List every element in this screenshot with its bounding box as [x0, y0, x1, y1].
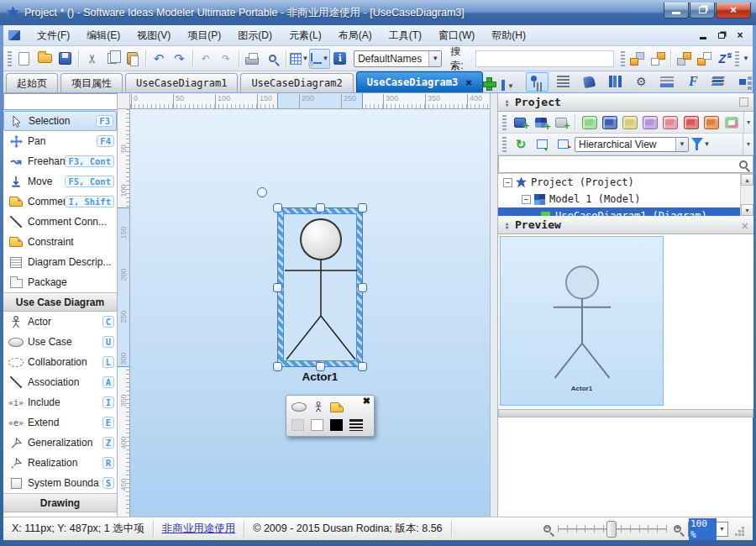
actor-name-label[interactable]: Actor1 [277, 370, 363, 383]
collapse-expand-icon[interactable]: ▲▼ [503, 221, 511, 229]
line-style-icon[interactable] [349, 419, 363, 431]
resize-handle-n[interactable] [316, 203, 325, 213]
tool-diagram-description[interactable]: Diagram Descrip... [3, 252, 117, 272]
license-link[interactable]: 非商业用途使用 [162, 522, 236, 536]
mdi-close-button[interactable]: × [731, 28, 749, 43]
resize-handle-ne[interactable] [358, 203, 367, 213]
combo-dropdown-icon[interactable]: ▼ [717, 526, 727, 532]
copy-button[interactable] [102, 49, 122, 69]
tool-pan[interactable]: Pan F4 [3, 131, 117, 151]
preview-diagram[interactable]: Actor1 [500, 236, 664, 406]
redo-history-button[interactable]: ↷ [216, 49, 236, 69]
resize-handle-w[interactable] [273, 283, 282, 292]
collapse-node-icon[interactable]: − [503, 178, 512, 187]
preview-panel-header[interactable]: ▲▼ Preview ✕ [498, 216, 753, 234]
add-project-button[interactable] [512, 113, 529, 132]
toolbar-grip[interactable] [502, 115, 507, 130]
tab-start-page[interactable]: 起始页 [6, 73, 58, 92]
snap-button[interactable]: ▼ [309, 49, 330, 69]
resize-handle-se[interactable] [358, 362, 367, 371]
section-drawing[interactable]: Drawing [3, 493, 117, 512]
send-to-back-button[interactable] [648, 49, 668, 69]
paste-button[interactable] [123, 49, 143, 69]
tool-realization[interactable]: Realization R [3, 453, 117, 473]
fields-panel-button[interactable]: F [682, 72, 705, 92]
add-model-button[interactable] [532, 113, 549, 132]
menu-layout[interactable]: 布局(A) [330, 26, 381, 45]
zoom-percent-combo[interactable]: 100 % ▼ [688, 522, 728, 537]
print-preview-button[interactable] [263, 49, 283, 69]
z-order-button[interactable]: Z⇅ [715, 49, 735, 69]
tab-usecasediagram2[interactable]: UseCaseDiagram2 [240, 73, 353, 92]
close-tab-icon[interactable]: ✖ [465, 76, 472, 89]
preview-divider[interactable] [498, 409, 753, 417]
toolbar-grip[interactable] [621, 51, 625, 66]
filter-button[interactable]: ▼ [691, 135, 710, 154]
tool-constraint[interactable]: Constraint [3, 232, 117, 252]
zoom-out-icon[interactable]: − [543, 525, 551, 533]
tree-item-model[interactable]: − Model 1 (Model) [498, 191, 753, 207]
collapse-node-icon[interactable]: − [522, 195, 531, 204]
dropdown-arrow-icon[interactable]: ▼ [323, 55, 329, 62]
resize-handle-e[interactable] [358, 283, 367, 292]
resize-handle-nw[interactable] [273, 203, 282, 213]
dropdown-arrow-icon[interactable]: ▼ [704, 140, 711, 148]
new-state-diagram-button[interactable] [662, 113, 680, 132]
grid-button[interactable]: ▼ [289, 49, 309, 69]
use-case-shape-icon[interactable] [291, 402, 307, 412]
actor-selection-frame[interactable] [277, 207, 363, 367]
menu-edit[interactable]: 编辑(E) [78, 26, 129, 45]
resize-handle-s[interactable] [316, 362, 325, 371]
mdi-restore-button[interactable] [712, 28, 731, 43]
close-panel-icon[interactable]: ✕ [742, 218, 748, 232]
tool-use-case[interactable]: Use Case U [3, 332, 117, 352]
combo-dropdown-button[interactable]: ▼ [428, 51, 441, 66]
add-diagram-tab-button[interactable] [483, 74, 495, 92]
zoom-in-icon[interactable]: + [674, 525, 681, 533]
new-flowchart-button[interactable] [722, 113, 740, 132]
close-icon[interactable]: ✖ [363, 396, 370, 407]
bring-to-front-button[interactable] [627, 49, 648, 69]
tab-usecasediagram3[interactable]: UseCaseDiagram3 ✖ [356, 71, 483, 92]
tab-project-properties[interactable]: 项目属性 [60, 73, 123, 92]
default-names-combo[interactable]: DefaultNames ▼ [354, 50, 442, 67]
diagram-canvas[interactable]: Actor1 ✖ [130, 109, 490, 517]
close-button[interactable]: × [716, 3, 751, 18]
redo-button[interactable]: ↷ [169, 49, 189, 69]
tool-package[interactable]: Package [3, 272, 117, 292]
menu-project[interactable]: 项目(P) [179, 26, 229, 45]
expand-all-button[interactable] [533, 135, 551, 154]
palette-search-input[interactable] [3, 93, 118, 110]
fill-color-gray-swatch[interactable] [291, 419, 304, 431]
print-button[interactable] [242, 49, 262, 69]
tool-generalization[interactable]: Generalization Z [3, 433, 117, 453]
tool-selection[interactable]: Selection F3 [3, 111, 117, 131]
diagram-map-panel-button[interactable] [734, 72, 756, 92]
tool-collaboration[interactable]: Collaboration L [3, 352, 117, 372]
resize-grip[interactable] [735, 527, 746, 538]
project-search-input[interactable] [498, 155, 733, 173]
cut-button[interactable]: ✂ [81, 49, 102, 69]
bring-forward-button[interactable] [674, 49, 694, 69]
menu-tools[interactable]: 工具(T) [381, 26, 430, 45]
toolbar-grip[interactable] [8, 51, 12, 66]
refresh-button[interactable]: ↻ [512, 135, 530, 154]
collapse-all-button[interactable] [554, 135, 572, 154]
project-panel-header[interactable]: ▲▼ Project [498, 93, 753, 112]
new-package-diagram-button[interactable] [702, 113, 720, 132]
toolbar-overflow-icon[interactable]: ▼ [743, 112, 754, 134]
new-use-case-diagram-button[interactable] [580, 113, 598, 132]
resize-handle-sw[interactable] [273, 362, 282, 371]
menu-view[interactable]: 视图(V) [129, 26, 179, 45]
toolbar-grip[interactable] [735, 51, 739, 66]
scroll-down-icon[interactable]: ▼ [741, 204, 753, 216]
scroll-up-icon[interactable]: ▲ [741, 174, 753, 186]
toolbar-grip[interactable] [502, 137, 507, 152]
toolbar-overflow-icon[interactable]: ▼ [743, 134, 753, 155]
tool-extend[interactable]: «e» Extend E [3, 412, 117, 433]
search-icon[interactable] [733, 155, 753, 173]
tool-move[interactable]: Move F5, Cont [3, 171, 117, 192]
new-class-diagram-button[interactable] [601, 113, 618, 132]
float-panel-icon[interactable] [739, 97, 748, 107]
fill-color-white-swatch[interactable] [311, 419, 323, 431]
